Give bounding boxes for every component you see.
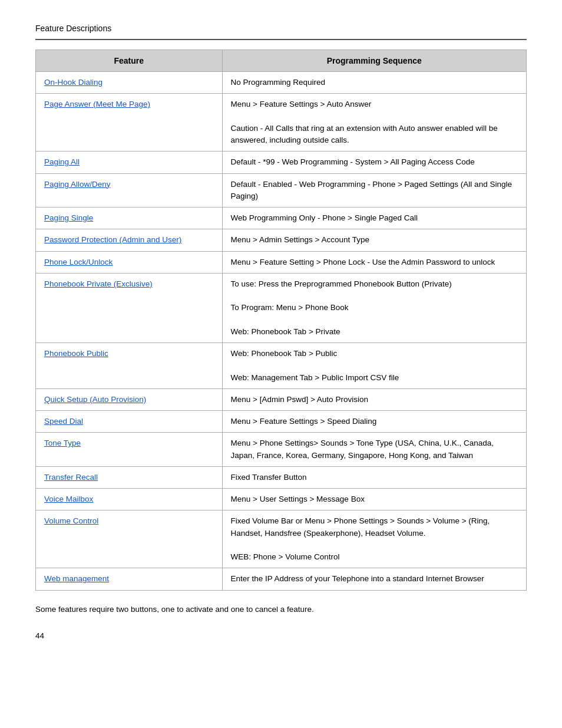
feature-cell: Quick Setup (Auto Provision): [36, 388, 223, 410]
feature-link[interactable]: Phone Lock/Unlock: [44, 258, 113, 266]
feature-cell: Paging Single: [36, 207, 223, 229]
header-divider: [35, 39, 527, 40]
table-row: Paging SingleWeb Programming Only - Phon…: [36, 207, 527, 229]
page-number: 44: [35, 631, 527, 640]
feature-link[interactable]: Speed Dial: [44, 417, 83, 426]
programming-cell: Menu > [Admin Pswd] > Auto Provision: [222, 388, 526, 410]
programming-cell: Enter the IP Address of your Telephone i…: [222, 568, 526, 590]
feature-cell: Transfer Recall: [36, 466, 223, 488]
feature-link[interactable]: Phonebook Public: [44, 349, 108, 358]
table-row: Voice MailboxMenu > User Settings > Mess…: [36, 489, 527, 510]
programming-cell: Menu > Admin Settings > Account Type: [222, 229, 526, 251]
col-programming: Programming Sequence: [222, 50, 526, 72]
programming-cell: Menu > Feature Settings > Auto AnswerCau…: [222, 94, 526, 151]
programming-cell: Menu > Feature Setting > Phone Lock - Us…: [222, 251, 526, 273]
feature-link[interactable]: Web management: [44, 574, 109, 583]
table-row: Transfer RecallFixed Transfer Button: [36, 466, 527, 488]
feature-cell: Phonebook Public: [36, 343, 223, 389]
programming-cell: Menu > Feature Settings > Speed Dialing: [222, 411, 526, 433]
table-row: Phonebook PublicWeb: Phonebook Tab > Pub…: [36, 343, 527, 389]
feature-link[interactable]: Volume Control: [44, 516, 98, 525]
programming-cell: Menu > Phone Settings> Sounds > Tone Typ…: [222, 433, 526, 467]
table-row: On-Hook DialingNo Programming Required: [36, 72, 527, 94]
feature-cell: Tone Type: [36, 433, 223, 467]
table-row: Password Protection (Admin and User)Menu…: [36, 229, 527, 251]
programming-cell: Menu > User Settings > Message Box: [222, 489, 526, 510]
feature-link[interactable]: Tone Type: [44, 439, 81, 447]
feature-cell: On-Hook Dialing: [36, 72, 223, 94]
table-row: Web managementEnter the IP Address of yo…: [36, 568, 527, 590]
col-feature: Feature: [36, 50, 223, 72]
table-row: Paging Allow/DenyDefault - Enabled - Web…: [36, 173, 527, 207]
table-row: Page Answer (Meet Me Page)Menu > Feature…: [36, 94, 527, 151]
programming-cell: Web: Phonebook Tab > PublicWeb: Manageme…: [222, 343, 526, 389]
page-title: Feature Descriptions: [35, 24, 527, 33]
feature-cell: Phonebook Private (Exclusive): [36, 273, 223, 342]
table-row: Phonebook Private (Exclusive)To use: Pre…: [36, 273, 527, 342]
programming-cell: Web Programming Only - Phone > Single Pa…: [222, 207, 526, 229]
feature-link[interactable]: Password Protection (Admin and User): [44, 235, 181, 244]
feature-link[interactable]: Paging All: [44, 157, 80, 166]
feature-link[interactable]: Quick Setup (Auto Provision): [44, 395, 146, 404]
programming-cell: Fixed Volume Bar or Menu > Phone Setting…: [222, 510, 526, 568]
feature-link[interactable]: Paging Allow/Deny: [44, 180, 111, 189]
feature-cell: Paging All: [36, 151, 223, 173]
programming-cell: Default - Enabled - Web Programming - Ph…: [222, 173, 526, 207]
feature-link[interactable]: Transfer Recall: [44, 473, 98, 482]
feature-cell: Voice Mailbox: [36, 489, 223, 510]
table-row: Phone Lock/UnlockMenu > Feature Setting …: [36, 251, 527, 273]
feature-cell: Page Answer (Meet Me Page): [36, 94, 223, 151]
table-row: Volume ControlFixed Volume Bar or Menu >…: [36, 510, 527, 568]
table-row: Tone TypeMenu > Phone Settings> Sounds >…: [36, 433, 527, 467]
table-row: Quick Setup (Auto Provision)Menu > [Admi…: [36, 388, 527, 410]
feature-cell: Phone Lock/Unlock: [36, 251, 223, 273]
feature-cell: Volume Control: [36, 510, 223, 568]
table-row: Paging AllDefault - *99 - Web Programmin…: [36, 151, 527, 173]
table-row: Speed DialMenu > Feature Settings > Spee…: [36, 411, 527, 433]
feature-table: Feature Programming Sequence On-Hook Dia…: [35, 50, 527, 591]
programming-cell: Default - *99 - Web Programming - System…: [222, 151, 526, 173]
feature-link[interactable]: Voice Mailbox: [44, 495, 93, 503]
programming-cell: No Programming Required: [222, 72, 526, 94]
feature-link[interactable]: On-Hook Dialing: [44, 78, 103, 87]
programming-cell: Fixed Transfer Button: [222, 466, 526, 488]
feature-cell: Speed Dial: [36, 411, 223, 433]
feature-cell: Paging Allow/Deny: [36, 173, 223, 207]
footer-note: Some features require two buttons, one t…: [35, 605, 527, 614]
feature-link[interactable]: Paging Single: [44, 213, 93, 222]
feature-cell: Web management: [36, 568, 223, 590]
feature-link[interactable]: Phonebook Private (Exclusive): [44, 279, 153, 288]
page-header: Feature Descriptions: [35, 24, 527, 33]
programming-cell: To use: Press the Preprogrammed Phoneboo…: [222, 273, 526, 342]
feature-cell: Password Protection (Admin and User): [36, 229, 223, 251]
feature-link[interactable]: Page Answer (Meet Me Page): [44, 100, 150, 108]
